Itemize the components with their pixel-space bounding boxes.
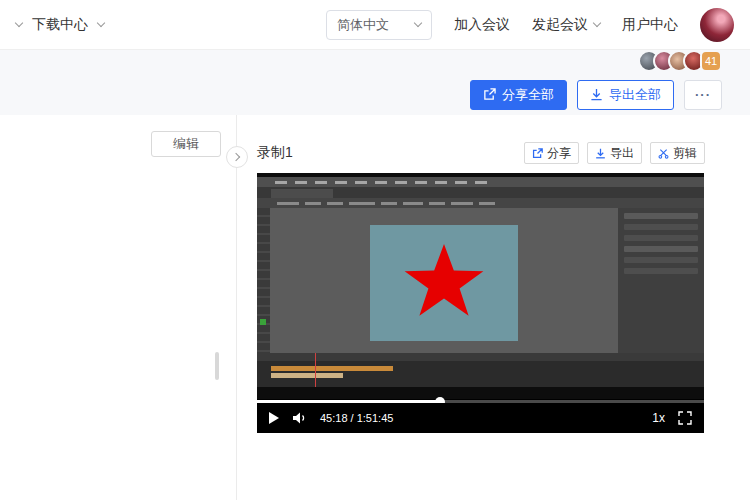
export-label: 导出 — [610, 145, 634, 162]
topbar-left: 下载中心 — [16, 16, 104, 34]
editor-tab — [271, 189, 333, 198]
share-icon — [483, 88, 496, 101]
clip-button[interactable]: 剪辑 — [650, 142, 705, 164]
volume-icon[interactable] — [292, 411, 307, 425]
chevron-right-icon — [232, 153, 240, 161]
bulk-actions: 分享全部 导出全部 ··· — [470, 80, 722, 110]
editor-propbar — [257, 198, 704, 208]
recording-actions: 分享 导出 剪辑 — [524, 142, 705, 164]
share-label: 分享 — [547, 145, 571, 162]
player-controls: 45:18 / 1:51:45 1x — [257, 403, 704, 433]
timeline-clip — [271, 366, 393, 371]
collapse-arrow-icon[interactable] — [15, 19, 23, 27]
start-meeting-link[interactable]: 发起会议 — [532, 16, 600, 34]
share-button[interactable]: 分享 — [524, 142, 579, 164]
export-button[interactable]: 导出 — [587, 142, 642, 164]
playback-speed[interactable]: 1x — [652, 411, 665, 425]
chevron-down-icon — [593, 19, 601, 27]
editor-tabbar — [257, 187, 704, 198]
sidebar-collapse-handle[interactable] — [226, 146, 248, 168]
language-select[interactable]: 简体中文 — [326, 10, 432, 40]
editor-canvas — [270, 208, 618, 353]
recording-header: 录制1 分享 导出 — [257, 141, 705, 165]
page-title[interactable]: 下载中心 — [32, 16, 88, 34]
topbar-right: 简体中文 加入会议 发起会议 用户中心 — [326, 8, 734, 42]
timeline-clip — [271, 373, 343, 378]
more-button[interactable]: ··· — [684, 80, 722, 110]
video-player[interactable]: 45:18 / 1:51:45 1x — [257, 173, 704, 433]
participant-avatars[interactable]: 41 — [645, 50, 722, 72]
red-star — [403, 244, 485, 322]
edit-button[interactable]: 编辑 — [151, 131, 221, 157]
editor-right-panel — [618, 208, 704, 353]
color-swatch — [260, 319, 266, 325]
clip-label: 剪辑 — [673, 145, 697, 162]
share-all-label: 分享全部 — [502, 86, 554, 104]
recording-detail: 录制1 分享 导出 — [237, 115, 750, 500]
user-avatar[interactable] — [700, 8, 734, 42]
download-icon — [595, 148, 606, 159]
participant-count-badge: 41 — [700, 50, 722, 72]
start-meeting-label: 发起会议 — [532, 16, 588, 34]
share-all-button[interactable]: 分享全部 — [470, 80, 567, 110]
clip-icon — [658, 148, 669, 159]
main-area: 编辑 录制1 分享 导出 — [0, 115, 750, 500]
language-select-value: 简体中文 — [337, 16, 389, 34]
export-all-button[interactable]: 导出全部 — [577, 80, 674, 110]
join-meeting-link[interactable]: 加入会议 — [454, 16, 510, 34]
chevron-down-icon[interactable] — [97, 19, 105, 27]
sidebar-scrollbar[interactable] — [215, 352, 219, 380]
video-frame — [257, 173, 704, 399]
editor-toolbar — [257, 208, 270, 353]
recording-toolbar: 41 分享全部 导出全部 ··· — [0, 50, 750, 115]
time-display: 45:18 / 1:51:45 — [320, 412, 393, 424]
user-center-link[interactable]: 用户中心 — [622, 16, 678, 34]
topbar: 下载中心 简体中文 加入会议 发起会议 用户中心 — [0, 0, 750, 50]
chevron-down-icon — [414, 19, 422, 27]
editor-timeline — [257, 353, 704, 387]
timeline-playhead — [315, 353, 316, 387]
recording-title: 录制1 — [257, 144, 293, 162]
export-all-label: 导出全部 — [609, 86, 661, 104]
play-button[interactable] — [269, 412, 279, 424]
download-icon — [590, 88, 603, 101]
editor-stage — [370, 225, 518, 341]
editor-menubar — [257, 177, 704, 187]
share-icon — [532, 148, 543, 159]
recordings-sidebar: 编辑 — [0, 115, 237, 500]
fullscreen-icon[interactable] — [678, 411, 692, 425]
